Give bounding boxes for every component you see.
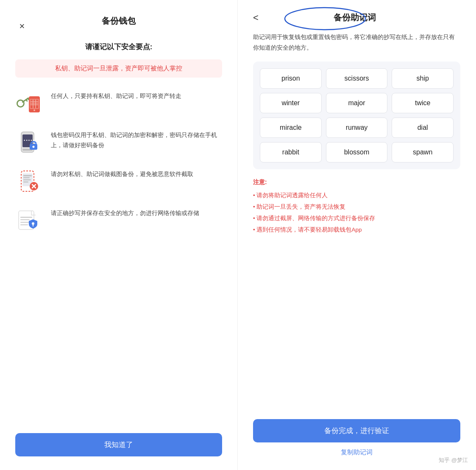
warning-banner: 私钥、助记词一旦泄露，资产即可被他人掌控 [15,59,222,78]
security-text-2: 钱包密码仅用于私钥、助记词的加密和解密，密码只存储在手机上，请做好密码备份 [51,129,222,151]
svg-rect-30 [20,219,30,220]
mnemonic-word-8: runway [326,118,388,138]
notes-title: 注意: [253,179,460,186]
doc-secure-icon [15,207,42,234]
mnemonic-word-9: dial [392,118,454,138]
watermark: 知乎 @梦江 [439,456,468,464]
svg-rect-21 [23,175,32,176]
svg-line-2 [26,100,27,101]
right-title: 备份助记词 [265,12,444,23]
note-4: • 遇到任何情况，请不要轻易卸载钱包App [253,224,460,235]
svg-rect-6 [31,100,38,108]
svg-point-0 [16,99,25,108]
right-panel: < 备份助记词 助记词用于恢复钱包或重置钱包密码，将它准确的抄写在纸上，并存放在… [238,0,476,470]
security-text-3: 请勿对私钥、助记词做截图备份，避免被恶意软件截取 [51,168,193,179]
note-3: • 请勿通过截屏、网络传输的方式进行备份保存 [253,213,460,224]
back-button[interactable]: < [253,12,259,23]
svg-rect-24 [23,182,28,182]
svg-rect-22 [23,177,30,178]
mnemonic-word-2: scissors [326,68,388,89]
mnemonic-word-6: twice [392,93,454,113]
security-item-3: 请勿对私钥、助记词做截图备份，避免被恶意软件截取 [15,168,222,195]
svg-rect-29 [20,217,32,218]
security-item-1: 任何人，只要持有私钥、助记词，即可将资产转走 [15,90,222,117]
mnemonic-word-5: major [326,93,388,113]
left-title: 备份钱包 [29,15,209,27]
security-item-2: •••••• 钱包密码仅用于私钥、助记词的加密和解密，密码只存储在手机上，请做好… [15,129,222,156]
security-text-1: 任何人，只要持有私钥、助记词，即可将资产转走 [51,90,181,101]
close-button[interactable]: × [15,20,29,33]
svg-rect-23 [23,179,31,180]
svg-line-3 [28,98,29,99]
copy-mnemonic-link[interactable]: 复制助记词 [253,448,460,456]
mnemonic-grid: prison scissors ship winter major twice … [253,62,460,169]
phone-lock-icon: •••••• [15,129,42,156]
mnemonic-word-11: blossom [326,142,388,162]
mnemonic-word-7: miracle [260,118,322,138]
note-2: • 助记词一旦丢失，资产将无法恢复 [253,201,460,213]
mnemonic-word-12: spawn [392,142,454,162]
mnemonic-word-4: winter [260,93,322,113]
screenshot-icon [15,168,42,195]
svg-point-18 [33,146,35,148]
svg-point-12 [33,109,35,111]
notes-section: 注意: • 请勿将助记词透露给任何人 • 助记词一旦丢失，资产将无法恢复 • 请… [253,179,460,235]
svg-rect-32 [20,224,28,225]
description: 助记词用于恢复钱包或重置钱包密码，将它准确的抄写在纸上，并存放在只有你知道的安全… [253,32,460,53]
right-header: < 备份助记词 [253,12,460,23]
confirm-button[interactable]: 我知道了 [15,433,222,456]
security-item-4: 请正确抄写并保存在安全的地方，勿进行网络传输或存储 [15,207,222,234]
mnemonic-word-1: prison [260,68,322,89]
security-heading: 请谨记以下安全要点: [15,42,222,52]
left-panel: × 备份钱包 请谨记以下安全要点: 私钥、助记词一旦泄露，资产即可被他人掌控 [0,0,238,470]
mnemonic-word-3: ship [392,68,454,89]
security-text-4: 请正确抄写并保存在安全的地方，勿进行网络传输或存储 [51,207,199,218]
key-phone-icon [15,90,42,117]
note-1: • 请勿将助记词透露给任何人 [253,190,460,201]
mnemonic-word-10: rabbit [260,142,322,162]
backup-verify-button[interactable]: 备份完成，进行验证 [253,419,460,442]
